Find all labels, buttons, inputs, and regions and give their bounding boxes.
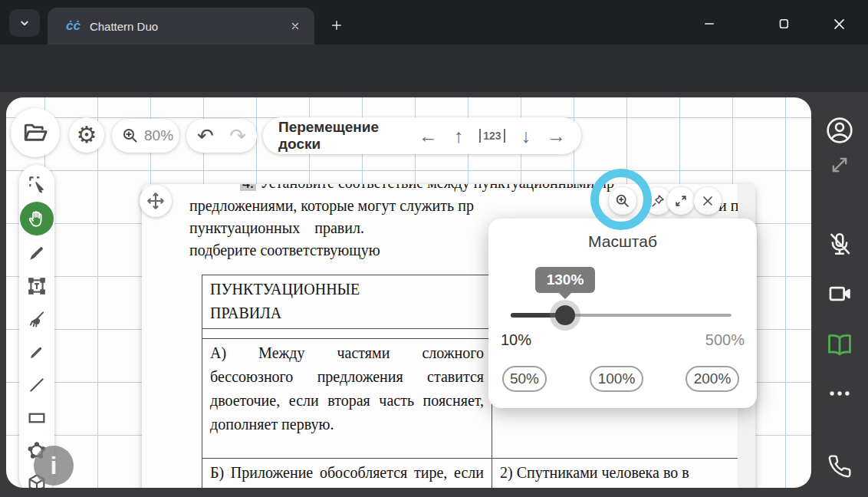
zoom-popup: Масштаб 130% 10% 500% 50% 100% 200% xyxy=(488,219,757,408)
info-letter: i xyxy=(51,452,58,480)
library-button[interactable] xyxy=(826,331,853,359)
browser-window: ċċ Chattern Duo xyxy=(0,0,868,497)
zoom-in-icon xyxy=(121,127,140,145)
gear-icon: ⚙ xyxy=(77,123,97,146)
move-up-icon[interactable]: ↑ xyxy=(454,127,464,146)
pencil-icon xyxy=(28,343,46,361)
canvas-zoom-value: 80% xyxy=(144,127,173,144)
zoom-value-tooltip: 130% xyxy=(535,267,595,293)
brush-tool[interactable] xyxy=(27,243,47,263)
call-sidebar xyxy=(811,92,868,497)
site-favicon: ċċ xyxy=(66,18,81,34)
new-tab-button[interactable] xyxy=(325,14,348,37)
move-down-icon[interactable]: ↓ xyxy=(521,127,531,146)
profile-button[interactable] xyxy=(824,115,855,146)
zoom-popup-title: Масштаб xyxy=(488,232,757,251)
window-maximize-button[interactable] xyxy=(767,12,801,35)
move-left-icon[interactable]: ← xyxy=(419,127,438,146)
fullscreen-button[interactable] xyxy=(829,154,850,176)
line-tool[interactable] xyxy=(27,375,47,395)
more-options-button[interactable] xyxy=(827,380,853,406)
undo-icon[interactable]: ↶ xyxy=(197,126,214,146)
info-button[interactable]: i xyxy=(34,446,74,485)
chevron-down-icon xyxy=(18,16,31,30)
tab-title: Chattern Duo xyxy=(90,20,287,33)
open-file-button[interactable] xyxy=(11,108,60,157)
zoom-max-label: 500% xyxy=(705,331,745,349)
close-icon xyxy=(290,21,301,31)
zoom-min-label: 10% xyxy=(501,331,531,349)
task-number: 4. xyxy=(240,184,256,191)
call-button[interactable] xyxy=(827,454,852,479)
tab-chattern-duo[interactable]: ċċ Chattern Duo xyxy=(48,8,314,44)
pin-icon xyxy=(650,193,666,209)
canvas-zoom-button[interactable]: 80% xyxy=(112,119,179,153)
mic-off-icon xyxy=(827,231,853,257)
pencil-tool[interactable] xyxy=(28,343,46,361)
counter-badge: 123 xyxy=(483,130,501,142)
text-frame-icon xyxy=(26,275,48,297)
text-tool[interactable] xyxy=(26,275,48,297)
ellipsis-icon xyxy=(827,380,853,406)
example-2-cell: 2) Спутниками человека во вбыли не тольк… xyxy=(492,459,739,489)
zoom-preset-200[interactable]: 200% xyxy=(686,366,739,392)
close-icon xyxy=(832,17,847,31)
tab-search-button[interactable] xyxy=(9,9,40,37)
browser-toolbar: chattern.ru/duo xyxy=(0,44,868,92)
paintbrush-icon xyxy=(27,243,47,263)
phone-icon xyxy=(827,454,852,479)
highlight-ring xyxy=(590,169,652,230)
rectangle-tool[interactable] xyxy=(26,407,48,429)
zoom-preset-100[interactable]: 100% xyxy=(590,366,643,392)
document-move-button[interactable] xyxy=(140,185,172,217)
book-icon xyxy=(826,331,853,359)
plus-icon xyxy=(330,18,344,32)
broom-icon xyxy=(27,309,47,329)
window-close-button[interactable] xyxy=(822,12,856,35)
rule-a-cell: А) Между частями сложного бессоюзного пр… xyxy=(202,339,492,459)
maximize-icon xyxy=(777,17,791,31)
close-icon xyxy=(700,193,715,209)
tool-palette xyxy=(19,165,54,488)
rule-b-cell: Б) Приложение обособляется тире, если ст… xyxy=(202,459,492,489)
zoom-preset-50[interactable]: 50% xyxy=(502,366,547,392)
undo-redo-group: ↶ ↷ xyxy=(186,119,257,153)
minimize-icon xyxy=(702,17,716,31)
board-move-toolbar: Перемещение доски ← ↑ 123 ↓ → xyxy=(263,117,581,154)
eraser-broom-tool[interactable] xyxy=(27,309,47,329)
select-tool[interactable] xyxy=(27,174,47,194)
document-expand-button[interactable] xyxy=(667,187,695,215)
whiteboard-canvas[interactable]: ⚙ 80% ↶ ↷ Перемещение доски ← ↑ 123 ↓ → xyxy=(6,97,811,488)
microphone-muted-button[interactable] xyxy=(827,231,853,257)
tab-close-button[interactable] xyxy=(287,18,304,35)
folder-open-icon xyxy=(22,120,48,146)
rectangle-icon xyxy=(26,407,48,429)
hand-icon xyxy=(27,209,47,229)
window-minimize-button[interactable] xyxy=(692,12,726,35)
board-move-label: Перемещение доски xyxy=(278,119,399,153)
expand-corners-icon xyxy=(673,193,689,209)
account-icon xyxy=(824,115,855,146)
select-transform-icon xyxy=(27,174,47,194)
zoom-slider-thumb[interactable] xyxy=(555,305,575,325)
line-icon xyxy=(27,375,47,395)
table-header-rules: ПУНКТУАЦИОННЫЕ ПРАВИЛА xyxy=(202,275,492,329)
camera-button[interactable] xyxy=(827,281,853,307)
move-arrows-icon xyxy=(146,191,166,211)
tab-strip: ċċ Chattern Duo xyxy=(0,0,868,44)
pan-hand-tool[interactable] xyxy=(20,202,54,235)
settings-button[interactable]: ⚙ xyxy=(69,117,104,153)
expand-diagonal-icon xyxy=(829,154,850,176)
whiteboard-app: ⚙ 80% ↶ ↷ Перемещение доски ← ↑ 123 ↓ → xyxy=(0,92,868,497)
move-right-icon[interactable]: → xyxy=(547,127,566,146)
redo-icon[interactable]: ↷ xyxy=(229,126,246,146)
video-camera-icon xyxy=(827,281,853,307)
page-counter-button[interactable]: 123 xyxy=(479,129,505,143)
document-close-button[interactable] xyxy=(694,187,722,215)
